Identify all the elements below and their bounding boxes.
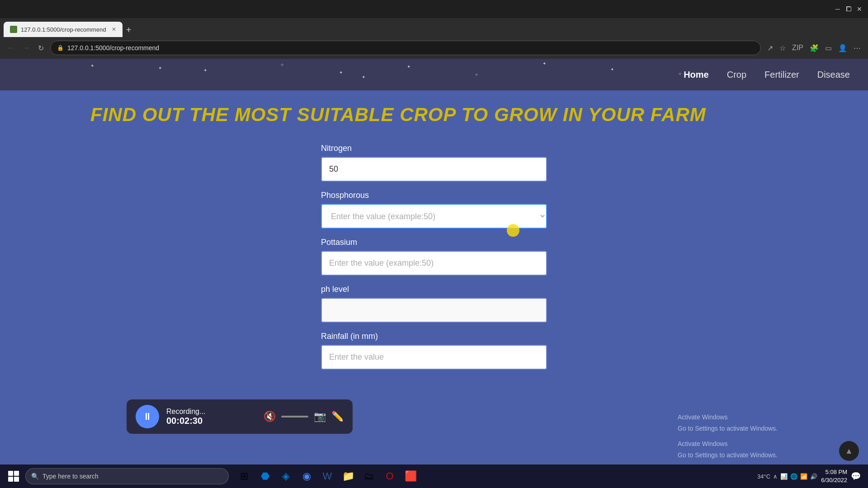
nav-link-disease[interactable]: Disease: [817, 70, 850, 80]
taskbar-right: 34°C ∧ 📊 🌐 📶 🔊 5:08 PM 6/30/2022 💬: [757, 468, 864, 484]
tray-icon-2: 🌐: [790, 473, 797, 480]
forward-button[interactable]: →: [21, 42, 32, 54]
recording-overlay: ⏸ Recording... 00:02:30 🔇 📷 ✏️: [127, 399, 353, 434]
tab-bar: 127.0.0.1:5000/crop-recommend ✕ +: [0, 18, 868, 37]
pause-recording-button[interactable]: ⏸: [136, 405, 159, 428]
taskbar: 🔍 Type here to search ⊞ ⬣ ◈ ◉ W 📁 🗂 O 🟥 …: [0, 465, 868, 488]
nav-link-fertilizer[interactable]: Fertilizer: [764, 70, 799, 80]
phosphorous-label: Phosphorous: [321, 191, 547, 200]
rainfall-field-group: Rainfall (in mm): [321, 332, 547, 370]
share-button[interactable]: ↗: [765, 42, 775, 54]
favorites-button[interactable]: ☆: [778, 42, 788, 54]
taskbar-taskview[interactable]: ⊞: [234, 466, 254, 486]
taskbar-chrome[interactable]: ◉: [297, 466, 316, 486]
camera-button[interactable]: 📷: [314, 411, 326, 422]
back-button[interactable]: ←: [5, 42, 16, 54]
browser-actions: ↗ ☆ ZIP 🧩 ▭ 👤 ⋯: [765, 42, 863, 54]
recording-info: Recording... 00:02:30: [166, 408, 256, 426]
nitrogen-input[interactable]: [321, 157, 547, 182]
sidebar-button[interactable]: ▭: [823, 42, 834, 54]
tray-icon-1: 📊: [780, 473, 788, 480]
pottasium-input[interactable]: [321, 251, 547, 276]
menu-button[interactable]: ⋯: [852, 42, 863, 54]
phosphorous-input[interactable]: Enter the value (example:50): [321, 204, 547, 229]
maximize-button[interactable]: ⧠: [844, 5, 853, 13]
phosphorous-field-group: Phosphorous Enter the value (example:50): [321, 191, 547, 229]
extension-zip-button[interactable]: ZIP: [790, 42, 805, 54]
tray-wifi: 📶: [800, 473, 807, 480]
taskbar-clock[interactable]: 5:08 PM 6/30/2022: [821, 468, 847, 484]
mute-button[interactable]: 🔇: [264, 411, 276, 422]
title-bar-controls: ─ ⧠ ✕: [834, 5, 863, 13]
active-tab[interactable]: 127.0.0.1:5000/crop-recommend ✕: [4, 22, 123, 37]
activate-line-4: Go to Settings to activate Windows.: [678, 450, 778, 461]
taskbar-app7[interactable]: 🟥: [401, 466, 420, 486]
ph-input[interactable]: [321, 298, 547, 323]
nav-link-home[interactable]: Home: [684, 70, 709, 80]
pottasium-label: Pottasium: [321, 238, 547, 247]
scroll-to-top-button[interactable]: ▲: [839, 441, 859, 461]
ph-field-group: ph level: [321, 285, 547, 323]
form-section: Nitrogen Phosphorous Enter the value (ex…: [90, 144, 778, 379]
activate-windows-watermark: Activate Windows Go to Settings to activ…: [678, 412, 778, 461]
new-tab-button[interactable]: +: [123, 23, 135, 36]
tab-favicon: [10, 26, 17, 33]
title-bar: ─ ⧠ ✕: [0, 0, 868, 18]
taskbar-opera[interactable]: O: [380, 466, 400, 486]
rainfall-input[interactable]: [321, 345, 547, 370]
activate-line-2: Go to Settings to activate Windows.: [678, 423, 778, 434]
start-button[interactable]: [4, 466, 24, 486]
recording-controls: 🔇 📷 ✏️: [264, 411, 344, 422]
tray-volume: 🔊: [810, 473, 817, 480]
tray-chevron[interactable]: ∧: [773, 473, 778, 480]
taskbar-apps: ⊞ ⬣ ◈ ◉ W 📁 🗂 O 🟥: [234, 466, 420, 486]
recording-timer: 00:02:30: [166, 416, 256, 426]
address-bar: ← → ↻ 🔒 127.0.0.1:5000/crop-recommend ↗ …: [0, 37, 868, 59]
taskbar-vscode[interactable]: ◈: [276, 466, 296, 486]
annotate-button[interactable]: ✏️: [331, 411, 344, 422]
windows-logo: [8, 471, 19, 482]
page-content: FIND OUT THE MOST SUITABLE CROP TO GROW …: [0, 90, 868, 392]
taskbar-explorer[interactable]: 📁: [338, 466, 358, 486]
taskbar-search[interactable]: 🔍 Type here to search: [25, 468, 229, 484]
weather-temp: 34°C: [757, 473, 770, 480]
close-button[interactable]: ✕: [855, 5, 863, 13]
lock-icon: 🔒: [57, 45, 64, 51]
activate-line-1: Activate Windows: [678, 412, 778, 423]
volume-slider[interactable]: [281, 416, 308, 418]
page-title: FIND OUT THE MOST SUITABLE CROP TO GROW …: [90, 104, 778, 126]
taskbar-word[interactable]: W: [317, 466, 337, 486]
extensions-button[interactable]: 🧩: [808, 42, 821, 54]
url-text: 127.0.0.1:5000/crop-recommend: [67, 44, 159, 52]
taskbar-files[interactable]: 🗂: [359, 466, 379, 486]
refresh-button[interactable]: ↻: [36, 42, 46, 54]
profile-button[interactable]: 👤: [836, 42, 849, 54]
url-input[interactable]: 🔒 127.0.0.1:5000/crop-recommend: [50, 41, 761, 55]
rainfall-label: Rainfall (in mm): [321, 332, 547, 341]
nitrogen-field-group: Nitrogen: [321, 144, 547, 182]
notification-button[interactable]: 💬: [851, 471, 861, 481]
nav-link-crop[interactable]: Crop: [727, 70, 746, 80]
taskbar-edge[interactable]: ⬣: [255, 466, 275, 486]
search-placeholder: Type here to search: [42, 473, 99, 480]
clock-time: 5:08 PM: [821, 468, 847, 476]
tab-close-button[interactable]: ✕: [112, 26, 116, 33]
activate-line-3: Activate Windows: [678, 438, 778, 450]
search-icon: 🔍: [31, 473, 39, 480]
browser-chrome: ─ ⧠ ✕ 127.0.0.1:5000/crop-recommend ✕ + …: [0, 0, 868, 59]
nav-bar: Home Crop Fertilizer Disease: [0, 59, 868, 90]
recording-status: Recording...: [166, 408, 256, 416]
ph-label: ph level: [321, 285, 547, 294]
tab-title: 127.0.0.1:5000/crop-recommend: [21, 26, 106, 33]
pottasium-field-group: Pottasium: [321, 238, 547, 276]
system-tray: 34°C ∧ 📊 🌐 📶 🔊: [757, 473, 817, 480]
minimize-button[interactable]: ─: [834, 5, 842, 13]
nitrogen-label: Nitrogen: [321, 144, 547, 153]
clock-date: 6/30/2022: [821, 476, 847, 484]
